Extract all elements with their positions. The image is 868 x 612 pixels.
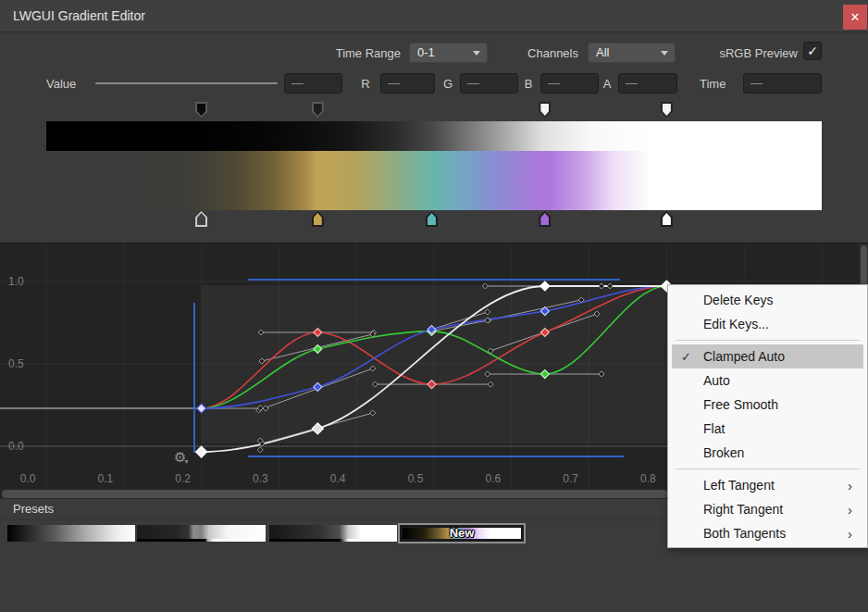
time-range-label: Time Range (305, 46, 401, 60)
context-menu: Delete KeysEdit Keys...✓Clamped AutoAuto… (667, 284, 868, 548)
submenu-arrow-icon: › (848, 478, 863, 493)
srgb-preview-label: sRGB Preview (694, 46, 798, 60)
x-axis-tick-label: 0.0 (20, 472, 36, 485)
chevron-down-icon (473, 51, 480, 56)
menu-item-label: Delete Keys (703, 293, 863, 307)
checkmark-icon: ✓ (807, 44, 818, 58)
y-axis-tick-label: 0.5 (8, 357, 24, 370)
x-axis-tick-label: 0.6 (485, 472, 501, 485)
preset-color-strip (137, 539, 266, 542)
checkmark-icon: ✓ (672, 350, 703, 364)
channels-label: Channels (505, 46, 578, 60)
menu-item-right-tangent[interactable]: Right Tangent› (672, 497, 863, 521)
gradient-editor-window: { "window": {"title": "LWGUI Gradient Ed… (0, 0, 868, 612)
alpha-key-marker[interactable] (661, 102, 673, 118)
chevron-down-icon (661, 51, 668, 56)
menu-item-label: Broken (703, 445, 863, 460)
menu-item-flat[interactable]: Flat (672, 417, 863, 441)
channels-value: All (596, 45, 609, 59)
close-button[interactable]: ✕ (843, 5, 867, 30)
menu-separator (676, 468, 860, 469)
menu-item-label: Left Tangent (703, 478, 848, 493)
time-range-value: 0-1 (417, 45, 435, 59)
x-axis-tick-label: 0.7 (563, 472, 578, 485)
alpha-key-marker[interactable] (195, 102, 207, 118)
submenu-arrow-icon: › (848, 526, 863, 542)
preset-color-strip (269, 539, 397, 542)
time-label: Time (700, 77, 725, 91)
color-key-marker[interactable] (539, 211, 551, 227)
time-field[interactable]: — (743, 73, 822, 94)
preset-dark-ramp[interactable] (269, 525, 397, 542)
menu-item-delete-keys[interactable]: Delete Keys (672, 288, 863, 312)
y-axis-tick-label: 1.0 (8, 275, 24, 288)
menu-item-auto[interactable]: Auto (672, 368, 863, 393)
b-label: B (522, 77, 535, 91)
a-label: A (601, 77, 614, 91)
menu-item-label: Flat (703, 421, 863, 436)
x-axis-tick-label: 0.1 (97, 472, 113, 485)
color-key-marker[interactable] (195, 211, 207, 227)
menu-item-free-smooth[interactable]: Free Smooth (672, 393, 863, 417)
menu-item-both-tangents[interactable]: Both Tangents› (672, 521, 863, 545)
value-slider[interactable] (95, 82, 278, 84)
value-field[interactable]: — (284, 73, 342, 94)
g-label: G (441, 77, 454, 91)
color-key-marker[interactable] (312, 211, 324, 227)
srgb-preview-checkbox[interactable]: ✓ (803, 42, 822, 60)
menu-item-label: Edit Keys... (703, 317, 863, 331)
menu-item-left-tangent[interactable]: Left Tangent› (672, 473, 863, 497)
curve-settings-button[interactable]: ⚙▾ (174, 449, 188, 466)
x-axis-tick-label: 0.8 (640, 472, 656, 485)
color-key-marker[interactable] (426, 211, 438, 227)
title-bar: LWGUI Gradient Editor ✕ (0, 0, 868, 32)
menu-item-label: Free Smooth (703, 397, 863, 412)
preset-black-white[interactable] (7, 525, 135, 542)
menu-item-label: Right Tangent (703, 502, 848, 517)
x-axis-tick-label: 0.5 (408, 472, 424, 485)
preset-new-button[interactable]: New (398, 523, 526, 543)
preset-gradient (7, 525, 135, 542)
a-field[interactable]: — (618, 73, 677, 94)
tangent-handle-dot[interactable] (257, 447, 263, 453)
r-label: R (359, 77, 372, 91)
close-icon: ✕ (850, 10, 861, 24)
value-label: Value (46, 77, 76, 91)
menu-separator (676, 340, 860, 341)
x-axis-tick-label: 0.2 (175, 472, 191, 485)
x-axis-tick-label: 0.3 (253, 472, 268, 485)
preset-dark-step[interactable] (137, 525, 266, 542)
time-range-dropdown[interactable]: 0-1 (409, 43, 488, 63)
g-field[interactable]: — (460, 73, 518, 94)
preset-gradient (137, 525, 266, 539)
r-field[interactable]: — (380, 73, 435, 94)
menu-item-broken[interactable]: Broken (672, 441, 863, 465)
x-axis-tick-label: 0.4 (330, 472, 346, 485)
window-title: LWGUI Gradient Editor (13, 8, 145, 23)
curve-key[interactable] (196, 446, 207, 457)
chevron-down-icon: ▾ (184, 457, 188, 466)
horizontal-scrollbar-handle[interactable] (2, 490, 668, 498)
preset-new-label: New (400, 526, 524, 540)
gradient-color-strip[interactable] (46, 151, 822, 210)
vertical-scrollbar-handle[interactable] (861, 245, 867, 286)
color-key-marker[interactable] (661, 211, 673, 227)
submenu-arrow-icon: › (848, 502, 863, 518)
b-field[interactable]: — (540, 73, 599, 94)
gradient-alpha-strip[interactable] (46, 121, 822, 151)
alpha-key-marker[interactable] (312, 102, 324, 118)
menu-item-label: Both Tangents (703, 526, 848, 541)
presets-title: Presets (13, 502, 54, 516)
channels-dropdown[interactable]: All (588, 43, 676, 63)
menu-item-clamped-auto[interactable]: ✓Clamped Auto (672, 344, 863, 368)
menu-item-label: Clamped Auto (703, 349, 863, 364)
alpha-key-marker[interactable] (539, 102, 551, 118)
menu-item-label: Auto (703, 373, 863, 388)
preset-gradient (269, 525, 397, 539)
menu-item-edit-keys[interactable]: Edit Keys... (672, 312, 863, 336)
y-axis-tick-label: 0.0 (8, 440, 24, 453)
